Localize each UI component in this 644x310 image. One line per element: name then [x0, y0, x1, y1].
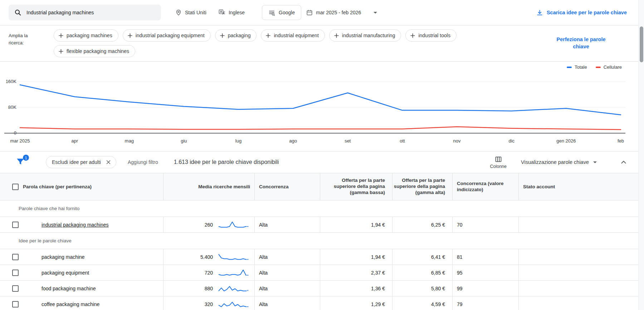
bid-low-value: 1,29 €	[371, 301, 385, 307]
download-keyword-ideas-link[interactable]: Scarica idee per le parole chiave	[536, 9, 627, 16]
competition-index-value: 70	[457, 222, 463, 228]
row-checkbox[interactable]	[12, 254, 19, 260]
close-icon[interactable]	[106, 160, 111, 165]
broaden-keyword-chip[interactable]: industrial tools	[405, 29, 457, 42]
competition-index-cell: 79	[452, 296, 518, 310]
header-bid-high[interactable]: Offerta per la parte superiore della pag…	[392, 173, 452, 200]
monthly-searches-value: 880	[205, 286, 213, 291]
competition-cell: Alta	[254, 296, 320, 310]
vertical-scrollbar[interactable]	[638, 0, 644, 310]
location-selector[interactable]: Stati Uniti	[175, 9, 206, 16]
keyword-search-box[interactable]	[9, 5, 161, 20]
keyword-planner-page: Stati Uniti Inglese Google mar 2025 - fe…	[0, 0, 638, 310]
row-checkbox[interactable]	[12, 285, 19, 292]
refine-keywords-link[interactable]: Perfeziona le parole chiave	[550, 36, 612, 50]
add-filter-button[interactable]: Aggiungi filtro	[128, 159, 158, 165]
section-label: Idee per le parole chiave	[19, 238, 72, 243]
row-checkbox[interactable]	[12, 222, 19, 228]
chevron-up-icon	[620, 158, 628, 166]
bid-high-cell: 6,85 €	[392, 265, 452, 280]
search-volume-chart: Totale Cellulare 160K80K0mar 2025aprmagg…	[0, 62, 638, 151]
select-all-checkbox[interactable]	[12, 184, 19, 190]
keyword-ideas-count: 1.613 idee per le parole chiave disponib…	[174, 159, 279, 165]
keyword-cell: packaging machine	[0, 249, 163, 265]
header-keyword[interactable]: Parola chiave (per pertinenza)	[0, 173, 163, 200]
trend-sparkline	[217, 283, 250, 294]
competition-index-cell: 95	[452, 265, 518, 280]
svg-text:ago: ago	[289, 138, 297, 144]
keyword-text: coffee packaging machine	[42, 301, 99, 307]
row-checkbox[interactable]	[12, 301, 19, 307]
keyword-text[interactable]: industrial packaging machines	[42, 222, 109, 228]
broaden-label: Amplia la ricerca:	[9, 32, 41, 46]
row-checkbox[interactable]	[12, 270, 19, 276]
header-competition-index-label: Concorrenza (valore indicizzato)	[457, 181, 511, 193]
competition-cell: Alta	[254, 265, 320, 280]
broaden-keyword-chip[interactable]: industrial equipment	[261, 29, 325, 42]
search-input[interactable]	[26, 10, 155, 15]
view-mode-dropdown[interactable]: Visualizzazione parole chiave	[521, 159, 597, 165]
header-bid-low[interactable]: Offerta per la parte superiore della pag…	[320, 173, 392, 200]
monthly-searches-cell: 320	[163, 296, 254, 310]
broaden-keyword-chip[interactable]: flexible packaging machines	[54, 45, 135, 57]
svg-text:dic: dic	[508, 138, 514, 144]
header-competition-index[interactable]: Concorrenza (valore indicizzato)	[452, 173, 518, 200]
keyword-row: industrial packaging machines 260 Alta 1…	[0, 217, 638, 233]
competition-value: Alta	[259, 270, 268, 276]
collapse-panel-button[interactable]	[620, 158, 628, 166]
header-keyword-label: Parola chiave (per pertinenza)	[23, 184, 92, 189]
svg-text:set: set	[345, 138, 351, 144]
broaden-keyword-chip[interactable]: packaging machines	[54, 29, 118, 42]
competition-value: Alta	[259, 301, 268, 307]
bid-low-cell: 1,29 €	[320, 296, 392, 310]
competition-index-cell: 99	[452, 281, 518, 296]
header-account-status[interactable]: Stato account	[518, 173, 638, 200]
translate-icon	[219, 9, 225, 16]
bid-high-cell: 6,41 €	[392, 249, 452, 265]
scrollbar-thumb[interactable]	[640, 26, 643, 62]
bid-high-cell: 4,59 €	[392, 296, 452, 310]
competition-index-value: 79	[457, 301, 463, 307]
broaden-keyword-chip[interactable]: industrial packaging equipment	[123, 29, 211, 42]
exclude-chip-label: Escludi idee per adulti	[52, 159, 101, 165]
competition-value: Alta	[259, 222, 268, 228]
broaden-keyword-chip[interactable]: packaging	[215, 29, 257, 42]
plus-icon	[220, 33, 225, 38]
chip-label: flexible packaging machines	[67, 48, 129, 54]
svg-text:mag: mag	[125, 138, 134, 144]
date-range-selector[interactable]: mar 2025 - feb 2026	[306, 9, 377, 16]
language-selector[interactable]: Inglese	[219, 9, 245, 16]
keyword-table: Parola chiave (per pertinenza) Media ric…	[0, 173, 638, 310]
download-icon	[536, 9, 543, 16]
keyword-cell: packaging equipment	[0, 265, 163, 280]
trend-sparkline	[217, 267, 250, 278]
broaden-keyword-chip[interactable]: industrial manufacturing	[329, 29, 401, 42]
table-body: Parole chiave che hai fornito industrial…	[0, 200, 638, 310]
header-monthly-searches-label: Media ricerche mensili	[198, 184, 250, 189]
trend-sparkline	[217, 219, 250, 230]
keyword-row: packaging equipment 720 Alta 2,37 € 6,85…	[0, 265, 638, 281]
svg-text:80K: 80K	[8, 105, 16, 110]
columns-button[interactable]: Colonne	[490, 156, 507, 169]
svg-text:ott: ott	[400, 138, 405, 144]
bid-low-value: 1,94 €	[371, 254, 385, 260]
header-competition-label: Concorrenza	[259, 184, 289, 189]
bid-low-cell: 2,37 €	[320, 265, 392, 280]
legend-label-mobile: Cellulare	[604, 64, 622, 70]
header-competition[interactable]: Concorrenza	[254, 173, 320, 200]
bid-low-value: 1,94 €	[371, 222, 385, 228]
network-selector[interactable]: Google	[262, 5, 301, 20]
chip-label: packaging machines	[67, 33, 112, 38]
monthly-searches-value: 260	[205, 222, 213, 228]
filter-funnel-button[interactable]: 1	[16, 157, 26, 167]
competition-index-cell: 81	[452, 249, 518, 265]
exclude-adult-ideas-chip[interactable]: Escludi idee per adulti	[46, 156, 116, 168]
header-monthly-searches[interactable]: Media ricerche mensili	[163, 173, 254, 200]
bid-high-value: 6,41 €	[431, 254, 445, 260]
keyword-row: packaging machine 5.400 Alta 1,94 € 6,41…	[0, 249, 638, 265]
legend-marker-mobile	[596, 67, 601, 68]
bid-low-value: 2,37 €	[371, 270, 385, 276]
bid-low-cell: 1,94 €	[320, 217, 392, 232]
chip-label: industrial tools	[418, 33, 450, 38]
account-status-cell	[518, 249, 638, 265]
